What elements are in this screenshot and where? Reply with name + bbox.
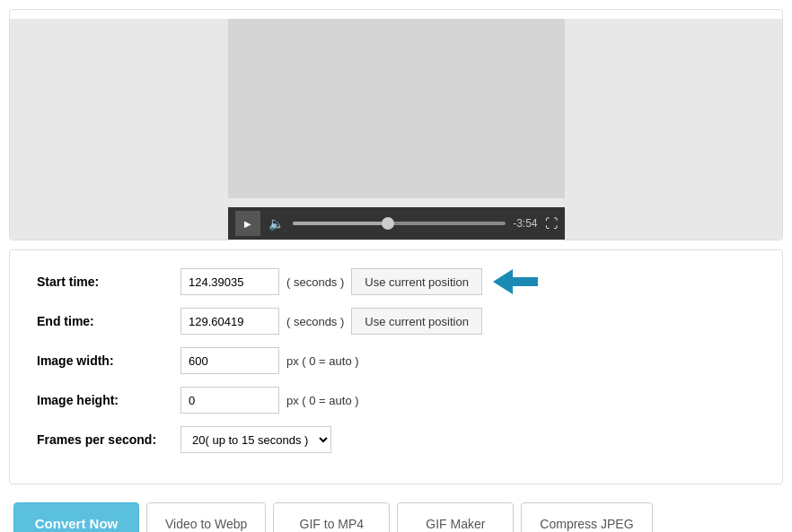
end-time-row: End time: ( seconds ) Use current positi… (37, 308, 755, 335)
gif-to-mp4-button[interactable]: GIF to MP4 (273, 502, 390, 532)
fps-row: Frames per second: 20( up to 15 seconds … (37, 426, 755, 453)
arrow-left-shape (493, 269, 513, 294)
gif-maker-button[interactable]: GIF Maker (397, 502, 514, 532)
video-container: ▶ 🔈 -3:54 ⛶ (9, 9, 783, 240)
image-height-label: Image height: (37, 393, 180, 407)
image-width-unit: px ( 0 = auto ) (286, 354, 359, 368)
volume-button[interactable]: 🔈 (268, 214, 286, 232)
fullscreen-button[interactable]: ⛶ (545, 216, 558, 231)
image-width-row: Image width: px ( 0 = auto ) (37, 347, 755, 374)
arrow-body (511, 277, 538, 286)
play-button[interactable]: ▶ (235, 211, 260, 236)
convert-now-button[interactable]: Convert Now (13, 502, 139, 532)
form-area: Start time: ( seconds ) Use current posi… (9, 249, 783, 484)
video-controls: ▶ 🔈 -3:54 ⛶ (228, 207, 565, 240)
seek-bar[interactable] (293, 222, 506, 225)
fullscreen-icon: ⛶ (545, 216, 558, 231)
start-time-label: Start time: (37, 275, 180, 289)
end-time-input[interactable] (180, 308, 279, 335)
seek-progress (293, 222, 389, 225)
end-time-unit: ( seconds ) (286, 315, 344, 328)
fps-select[interactable]: 20( up to 15 seconds ) (180, 426, 331, 453)
image-height-unit: px ( 0 = auto ) (286, 394, 359, 407)
fps-label: Frames per second: (37, 432, 180, 447)
arrow-indicator (493, 269, 538, 294)
image-width-label: Image width: (37, 353, 180, 368)
play-icon: ▶ (244, 219, 251, 229)
end-use-position-button[interactable]: Use current position (351, 308, 482, 335)
volume-icon: 🔈 (268, 216, 284, 231)
time-display: -3:54 (513, 217, 537, 230)
start-time-row: Start time: ( seconds ) Use current posi… (37, 268, 755, 295)
end-time-label: End time: (37, 314, 180, 328)
video-display (228, 19, 565, 198)
compress-jpeg-button[interactable]: Compress JPEG (521, 502, 652, 532)
video-to-webp-button[interactable]: Video to Webp (146, 502, 266, 532)
image-width-input[interactable] (180, 347, 279, 374)
start-use-position-button[interactable]: Use current position (351, 268, 482, 295)
image-height-row: Image height: px ( 0 = auto ) (37, 387, 755, 414)
video-player: ▶ 🔈 -3:54 ⛶ (10, 19, 782, 240)
bottom-buttons: Convert Now Video to Webp GIF to MP4 GIF… (9, 493, 783, 532)
start-time-unit: ( seconds ) (286, 275, 344, 289)
seek-thumb (382, 217, 394, 230)
start-time-input[interactable] (180, 268, 279, 295)
image-height-input[interactable] (180, 387, 279, 414)
